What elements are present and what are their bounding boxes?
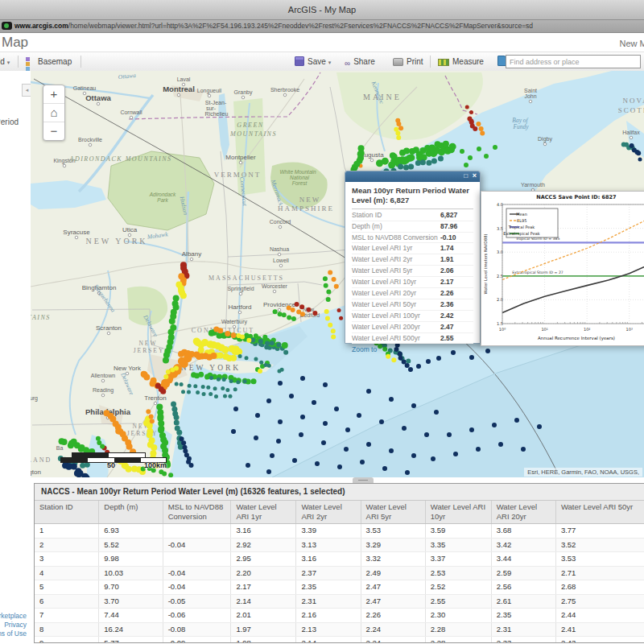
table-cell: 2.31 [491, 622, 555, 637]
toolbar-separator [80, 56, 81, 68]
print-button[interactable]: Print [393, 52, 423, 71]
feature-dot-cluster[interactable] [638, 158, 642, 162]
feature-dot-cluster[interactable] [328, 270, 339, 289]
table-cell: 2.16 [296, 609, 361, 623]
map-label: Brockville [78, 137, 102, 142]
map-label: Concord [270, 219, 291, 225]
map-label: Mohawk [146, 230, 168, 241]
chart-title: NACCS Save Point ID: 6827 [536, 194, 616, 200]
zoom-in-button[interactable]: + [43, 85, 64, 104]
table-column-header[interactable]: Water Level ARI 5yr [361, 501, 425, 524]
table-row[interactable]: 39.982.953.163.323.373.443.53 [35, 552, 644, 567]
map-label: National [290, 175, 309, 180]
basemap-button[interactable]: Basemap [26, 52, 72, 71]
table-cell: 2.53 [425, 566, 491, 580]
measure-button[interactable]: Measure [438, 52, 484, 71]
table-cell: 3.29 [361, 538, 425, 552]
table-cell: 3.32 [361, 552, 425, 567]
table-column-header[interactable]: Station ID [35, 501, 99, 524]
table-cell: 3.44 [491, 552, 555, 567]
popup-maximize-icon[interactable]: □ [464, 172, 468, 180]
map-label: MOUNTAINS [229, 130, 277, 138]
table-cell: 16.24 [99, 622, 163, 637]
table-column-header[interactable]: Depth (m) [99, 501, 163, 524]
table-column-header[interactable]: Water Level ARI 10yr [425, 501, 491, 524]
town-marker [75, 236, 78, 239]
map-label: Montreal [163, 85, 195, 93]
town-marker [283, 93, 287, 97]
table-row[interactable]: 59.70-0.042.172.352.472.522.562.68 [35, 580, 644, 595]
table-row[interactable]: 77.44-0.062.012.162.262.302.352.44 [35, 609, 644, 623]
map-canvas[interactable]: GatineauOttawaCornwallBrockvilleKingston… [31, 71, 644, 477]
map-label: Reading [93, 387, 114, 394]
table-row[interactable]: 410.03-0.042.202.372.492.532.592.71 [35, 566, 644, 580]
table-cell: 2.47 [361, 594, 425, 609]
app-header: Map New Map [0, 33, 644, 52]
town-marker [154, 402, 157, 405]
feature-dot-cluster[interactable] [258, 369, 262, 374]
return-period-chart: 1.52.02.53.03.54.010⁰10¹10²10³Tropical S… [481, 192, 644, 345]
table-column-header[interactable]: Water Level ARI 50yr [555, 501, 644, 524]
chevron-down-icon: ▾ [328, 60, 332, 65]
table-drag-handle[interactable] [353, 477, 374, 483]
town-marker [130, 116, 133, 119]
map-label: GREEN [237, 122, 263, 129]
add-button[interactable]: Add▾ [0, 52, 10, 71]
table-cell: 3.16 [231, 524, 296, 539]
zoom-controls: + ⌂ − [43, 85, 65, 141]
map-label: Granby [234, 89, 253, 96]
url-domain: www.arcgis.com [14, 22, 68, 30]
table-cell: -0.04 [163, 566, 231, 580]
map-label: Halifax [622, 130, 640, 135]
footer-link[interactable]: Privacy [4, 621, 27, 629]
popup-attribute-row: Water Level ARI 10yr2.17 [352, 277, 473, 288]
home-button[interactable]: ⌂ [43, 104, 64, 122]
table-cell: 2 [35, 538, 99, 552]
svg-text:Tropical Peak: Tropical Peak [508, 225, 535, 230]
table-row[interactable]: 16.933.163.393.533.593.683.77 [35, 524, 644, 539]
popup-titlebar[interactable]: □ × [345, 171, 480, 182]
table-column-header[interactable]: Water Level ARI 2yr [296, 501, 361, 524]
popup-attribute-row: Water Level ARI 2yr1.91 [352, 254, 473, 266]
map-label: Laval [177, 76, 191, 82]
table-column-header[interactable]: MSL to NAVD88 Conversion [163, 501, 231, 524]
new-map-link[interactable]: New Map [620, 39, 644, 48]
table-row[interactable]: 25.52-0.042.923.133.293.353.423.52 [35, 538, 644, 552]
toolbar-separator [430, 56, 431, 68]
footer-links: MarketplacePrivacyTerms of Use [0, 612, 29, 641]
save-button[interactable]: Save▾ [295, 52, 331, 71]
chart-ylabel: Water Level (meters NAVD88) [483, 234, 488, 295]
footer-link[interactable]: Terms of Use [0, 630, 27, 638]
popup-close-icon[interactable]: × [473, 171, 477, 180]
table-cell: 2.41 [555, 622, 644, 637]
map-label: Springfield [227, 286, 254, 292]
table-cell: 6 [35, 594, 99, 609]
table-cell: 3.77 [555, 524, 644, 539]
browser-urlbar[interactable]: www.arcgis.com/home/webmap/viewer.html?u… [0, 20, 644, 34]
table-row[interactable]: 95.77-0.091.982.142.242.282.332.43 [35, 637, 644, 644]
table-cell: 2.35 [491, 609, 555, 623]
table-column-header[interactable]: Water Level ARI 1yr [231, 501, 296, 524]
town-marker [239, 292, 242, 295]
feature-dot-cluster[interactable] [323, 276, 331, 302]
map-label: NEW [138, 340, 157, 347]
attribute-table: NACCS - Mean 100yr Return Period Water L… [34, 483, 644, 643]
table-row[interactable]: 63.70-0.052.142.312.472.552.612.75 [35, 594, 644, 609]
share-button[interactable]: ∞Share [345, 52, 375, 71]
table-row[interactable]: 816.24-0.081.972.132.242.282.312.41 [35, 622, 644, 637]
popup-title: Mean 100yr Return Period Water Level (m)… [352, 186, 473, 205]
popup-zoom-to-link[interactable]: Zoom to [352, 345, 473, 353]
table-cell: 2.31 [296, 594, 361, 609]
table-cell: 2.52 [425, 580, 491, 595]
print-icon [393, 58, 403, 66]
search-input[interactable] [506, 55, 641, 68]
popup-attribute-row: Water Level ARI 50yr2.36 [352, 299, 473, 311]
town-marker [543, 142, 547, 146]
feature-dot-cluster[interactable] [350, 145, 364, 173]
footer-link[interactable]: Marketplace [0, 612, 27, 620]
table-column-header[interactable]: Water Level ARI 20yr [491, 501, 555, 524]
table-cell: 2.71 [555, 566, 644, 580]
map-label: MASSACHUSETTS [208, 275, 284, 282]
table-cell: 2.33 [491, 637, 555, 644]
zoom-out-button[interactable]: − [43, 122, 64, 140]
